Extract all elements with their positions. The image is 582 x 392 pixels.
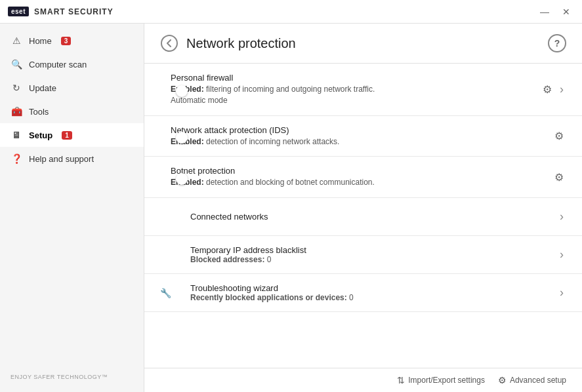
sidebar-item-help-support-label: Help and support [29,154,94,164]
setup-icon: 🖥 [10,130,22,140]
network-attack-desc-text: detection of incoming network attacks. [204,137,340,146]
sidebar-item-tools[interactable]: 🧰 Tools [0,100,144,123]
connected-networks-name: Connected networks [190,212,557,222]
home-badge: 3 [61,37,72,45]
main-layout: ⚠ Home 3 🔍 Computer scan ↻ Update 🧰 Tool… [0,24,582,392]
app-title: SMART SECURITY [34,7,114,16]
botnet-actions: ⚙ [552,168,566,186]
troubleshooting-chevron[interactable]: › [557,283,566,302]
personal-firewall-gear-button[interactable]: ⚙ [540,81,554,98]
botnet-info: Botnet protection Enabled: detection and… [171,166,541,188]
personal-firewall-chevron-button[interactable]: › [557,80,566,99]
personal-firewall-desc2: Automatic mode [171,96,228,105]
page-title: Network protection [186,36,296,51]
help-button[interactable]: ? [548,34,566,52]
help-support-icon: ❓ [10,153,22,164]
connected-networks-chevron[interactable]: › [557,207,566,226]
ip-blacklist-name: Temporary IP address blacklist [190,245,557,255]
ip-blacklist-chevron[interactable]: › [557,245,566,264]
eset-logo: eset [8,7,29,16]
sidebar-item-computer-scan-label: Computer scan [29,60,87,69]
troubleshooting-info: Troubleshooting wizard Recently blocked … [190,283,557,302]
ip-blacklist-sub: Blocked addresses: 0 [190,255,557,264]
troubleshooting-icon: 🔧 [160,288,171,298]
back-button[interactable] [160,34,178,52]
network-attack-actions: ⚙ [552,127,566,145]
advanced-setup-icon: ⚙ [498,375,507,385]
network-attack-protection-row: Network attack protection (IDS) Enabled:… [144,116,582,157]
title-bar-left: eset SMART SECURITY [8,7,114,16]
botnet-protection-row: Botnet protection Enabled: detection and… [144,157,582,198]
tools-icon: 🧰 [10,106,22,117]
sidebar: ⚠ Home 3 🔍 Computer scan ↻ Update 🧰 Tool… [0,24,144,392]
ip-blacklist-row[interactable]: Temporary IP address blacklist Blocked a… [144,236,582,274]
content-area: Network protection ? Personal firewall E… [144,24,582,392]
title-bar-controls: — ✕ [536,5,574,18]
sidebar-item-home-label: Home [29,36,52,46]
sidebar-item-setup[interactable]: 🖥 Setup 1 [0,123,144,147]
troubleshooting-sub-bold: Recently blocked applications or devices… [190,293,347,302]
connected-networks-row[interactable]: Connected networks › [144,198,582,236]
network-attack-gear-button[interactable]: ⚙ [552,127,566,145]
botnet-desc: Enabled: detection and blocking of botne… [171,177,541,188]
sidebar-item-update-label: Update [29,83,56,93]
botnet-desc-text: detection and blocking of botnet communi… [204,178,375,187]
advanced-setup-button[interactable]: ⚙ Advanced setup [498,375,566,385]
back-icon [160,34,178,52]
content-footer: ⇅ Import/Export settings ⚙ Advanced setu… [144,368,582,392]
sidebar-item-home[interactable]: ⚠ Home 3 [0,29,144,52]
personal-firewall-row: Personal firewall Enabled: filtering of … [144,64,582,116]
sidebar-item-tools-label: Tools [29,107,49,117]
ip-blacklist-sub-bold: Blocked addresses: [190,255,264,264]
import-export-label: Import/Export settings [408,376,485,385]
ip-blacklist-info: Temporary IP address blacklist Blocked a… [190,245,557,264]
content-header-left: Network protection [160,34,296,52]
svg-point-0 [161,35,177,51]
close-button[interactable]: ✕ [558,5,574,18]
troubleshooting-wizard-row[interactable]: 🔧 Troubleshooting wizard Recently blocke… [144,274,582,312]
sidebar-item-setup-label: Setup [29,130,52,140]
troubleshooting-icon-area: 🔧 [160,287,190,299]
network-attack-info: Network attack protection (IDS) Enabled:… [171,125,541,147]
ip-blacklist-sub-text: 0 [264,255,271,264]
personal-firewall-desc: Enabled: filtering of incoming and outgo… [171,84,530,106]
connected-networks-info: Connected networks [190,212,557,222]
sidebar-item-computer-scan[interactable]: 🔍 Computer scan [0,52,144,76]
advanced-setup-label: Advanced setup [510,376,566,385]
sidebar-footer: Enjoy safer technology™ [0,367,144,387]
botnet-name: Botnet protection [171,166,541,176]
title-bar: eset SMART SECURITY — ✕ [0,0,582,24]
network-attack-name: Network attack protection (IDS) [171,125,541,135]
personal-firewall-info: Personal firewall Enabled: filtering of … [171,73,530,106]
network-attack-desc: Enabled: detection of incoming network a… [171,136,541,147]
personal-firewall-name: Personal firewall [171,73,530,83]
import-export-button[interactable]: ⇅ Import/Export settings [397,375,485,385]
botnet-gear-button[interactable]: ⚙ [552,168,566,186]
computer-scan-icon: 🔍 [10,59,22,69]
troubleshooting-sub-text: 0 [347,293,354,302]
personal-firewall-actions: ⚙ › [540,80,566,99]
troubleshooting-sub: Recently blocked applications or devices… [190,293,557,302]
sidebar-item-update[interactable]: ↻ Update [0,76,144,100]
content-header: Network protection ? [144,24,582,64]
minimize-button[interactable]: — [536,5,553,18]
setup-badge: 1 [62,131,72,140]
content-body: Personal firewall Enabled: filtering of … [144,64,582,368]
home-icon: ⚠ [10,35,22,46]
import-export-icon: ⇅ [397,375,405,385]
update-icon: ↻ [10,83,22,93]
troubleshooting-name: Troubleshooting wizard [190,283,557,293]
sidebar-item-help-support[interactable]: ❓ Help and support [0,147,144,170]
personal-firewall-desc-text: filtering of incoming and outgoing netwo… [204,85,375,94]
